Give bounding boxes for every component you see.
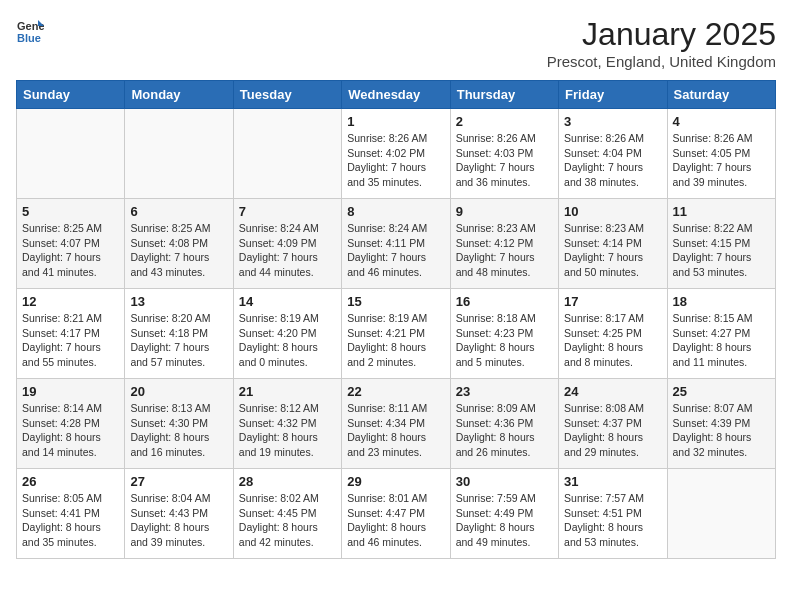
day-number: 3 <box>564 114 661 129</box>
weekday-header-tuesday: Tuesday <box>233 81 341 109</box>
day-number: 19 <box>22 384 119 399</box>
weekday-header-sunday: Sunday <box>17 81 125 109</box>
day-info: Sunrise: 8:25 AM Sunset: 4:07 PM Dayligh… <box>22 221 119 280</box>
day-number: 22 <box>347 384 444 399</box>
day-number: 24 <box>564 384 661 399</box>
calendar-cell <box>667 469 775 559</box>
calendar-cell: 31Sunrise: 7:57 AM Sunset: 4:51 PM Dayli… <box>559 469 667 559</box>
day-info: Sunrise: 8:19 AM Sunset: 4:20 PM Dayligh… <box>239 311 336 370</box>
weekday-header-row: SundayMondayTuesdayWednesdayThursdayFrid… <box>17 81 776 109</box>
calendar-cell: 4Sunrise: 8:26 AM Sunset: 4:05 PM Daylig… <box>667 109 775 199</box>
calendar-subtitle: Prescot, England, United Kingdom <box>547 53 776 70</box>
calendar-cell: 2Sunrise: 8:26 AM Sunset: 4:03 PM Daylig… <box>450 109 558 199</box>
calendar-table: SundayMondayTuesdayWednesdayThursdayFrid… <box>16 80 776 559</box>
calendar-cell: 7Sunrise: 8:24 AM Sunset: 4:09 PM Daylig… <box>233 199 341 289</box>
calendar-cell: 29Sunrise: 8:01 AM Sunset: 4:47 PM Dayli… <box>342 469 450 559</box>
calendar-cell: 5Sunrise: 8:25 AM Sunset: 4:07 PM Daylig… <box>17 199 125 289</box>
weekday-header-friday: Friday <box>559 81 667 109</box>
day-number: 8 <box>347 204 444 219</box>
calendar-cell: 18Sunrise: 8:15 AM Sunset: 4:27 PM Dayli… <box>667 289 775 379</box>
day-number: 29 <box>347 474 444 489</box>
day-number: 4 <box>673 114 770 129</box>
weekday-header-thursday: Thursday <box>450 81 558 109</box>
day-number: 7 <box>239 204 336 219</box>
day-number: 23 <box>456 384 553 399</box>
day-number: 15 <box>347 294 444 309</box>
day-info: Sunrise: 8:05 AM Sunset: 4:41 PM Dayligh… <box>22 491 119 550</box>
day-number: 6 <box>130 204 227 219</box>
day-number: 16 <box>456 294 553 309</box>
day-info: Sunrise: 8:13 AM Sunset: 4:30 PM Dayligh… <box>130 401 227 460</box>
day-number: 28 <box>239 474 336 489</box>
calendar-cell: 13Sunrise: 8:20 AM Sunset: 4:18 PM Dayli… <box>125 289 233 379</box>
calendar-cell: 8Sunrise: 8:24 AM Sunset: 4:11 PM Daylig… <box>342 199 450 289</box>
calendar-cell <box>125 109 233 199</box>
logo-icon: General Blue <box>16 16 44 44</box>
day-info: Sunrise: 8:25 AM Sunset: 4:08 PM Dayligh… <box>130 221 227 280</box>
day-info: Sunrise: 8:26 AM Sunset: 4:05 PM Dayligh… <box>673 131 770 190</box>
day-number: 2 <box>456 114 553 129</box>
day-info: Sunrise: 8:17 AM Sunset: 4:25 PM Dayligh… <box>564 311 661 370</box>
week-row-4: 19Sunrise: 8:14 AM Sunset: 4:28 PM Dayli… <box>17 379 776 469</box>
day-number: 14 <box>239 294 336 309</box>
day-number: 9 <box>456 204 553 219</box>
calendar-cell: 6Sunrise: 8:25 AM Sunset: 4:08 PM Daylig… <box>125 199 233 289</box>
calendar-cell: 22Sunrise: 8:11 AM Sunset: 4:34 PM Dayli… <box>342 379 450 469</box>
day-number: 17 <box>564 294 661 309</box>
day-info: Sunrise: 8:26 AM Sunset: 4:02 PM Dayligh… <box>347 131 444 190</box>
calendar-cell: 1Sunrise: 8:26 AM Sunset: 4:02 PM Daylig… <box>342 109 450 199</box>
day-info: Sunrise: 8:21 AM Sunset: 4:17 PM Dayligh… <box>22 311 119 370</box>
calendar-cell: 20Sunrise: 8:13 AM Sunset: 4:30 PM Dayli… <box>125 379 233 469</box>
day-info: Sunrise: 8:15 AM Sunset: 4:27 PM Dayligh… <box>673 311 770 370</box>
calendar-cell: 26Sunrise: 8:05 AM Sunset: 4:41 PM Dayli… <box>17 469 125 559</box>
calendar-cell <box>17 109 125 199</box>
weekday-header-wednesday: Wednesday <box>342 81 450 109</box>
day-info: Sunrise: 8:24 AM Sunset: 4:09 PM Dayligh… <box>239 221 336 280</box>
day-info: Sunrise: 8:14 AM Sunset: 4:28 PM Dayligh… <box>22 401 119 460</box>
calendar-cell <box>233 109 341 199</box>
logo: General Blue <box>16 16 44 44</box>
day-info: Sunrise: 7:59 AM Sunset: 4:49 PM Dayligh… <box>456 491 553 550</box>
day-info: Sunrise: 8:08 AM Sunset: 4:37 PM Dayligh… <box>564 401 661 460</box>
day-info: Sunrise: 8:23 AM Sunset: 4:12 PM Dayligh… <box>456 221 553 280</box>
day-info: Sunrise: 8:02 AM Sunset: 4:45 PM Dayligh… <box>239 491 336 550</box>
day-info: Sunrise: 7:57 AM Sunset: 4:51 PM Dayligh… <box>564 491 661 550</box>
day-info: Sunrise: 8:01 AM Sunset: 4:47 PM Dayligh… <box>347 491 444 550</box>
calendar-cell: 9Sunrise: 8:23 AM Sunset: 4:12 PM Daylig… <box>450 199 558 289</box>
calendar-cell: 25Sunrise: 8:07 AM Sunset: 4:39 PM Dayli… <box>667 379 775 469</box>
calendar-cell: 15Sunrise: 8:19 AM Sunset: 4:21 PM Dayli… <box>342 289 450 379</box>
day-info: Sunrise: 8:22 AM Sunset: 4:15 PM Dayligh… <box>673 221 770 280</box>
calendar-cell: 12Sunrise: 8:21 AM Sunset: 4:17 PM Dayli… <box>17 289 125 379</box>
svg-text:Blue: Blue <box>17 32 41 44</box>
day-info: Sunrise: 8:26 AM Sunset: 4:03 PM Dayligh… <box>456 131 553 190</box>
day-info: Sunrise: 8:19 AM Sunset: 4:21 PM Dayligh… <box>347 311 444 370</box>
calendar-cell: 24Sunrise: 8:08 AM Sunset: 4:37 PM Dayli… <box>559 379 667 469</box>
day-number: 1 <box>347 114 444 129</box>
day-info: Sunrise: 8:11 AM Sunset: 4:34 PM Dayligh… <box>347 401 444 460</box>
day-number: 30 <box>456 474 553 489</box>
day-info: Sunrise: 8:07 AM Sunset: 4:39 PM Dayligh… <box>673 401 770 460</box>
day-number: 18 <box>673 294 770 309</box>
calendar-title: January 2025 <box>547 16 776 53</box>
calendar-cell: 14Sunrise: 8:19 AM Sunset: 4:20 PM Dayli… <box>233 289 341 379</box>
calendar-cell: 30Sunrise: 7:59 AM Sunset: 4:49 PM Dayli… <box>450 469 558 559</box>
day-number: 21 <box>239 384 336 399</box>
day-number: 10 <box>564 204 661 219</box>
day-info: Sunrise: 8:12 AM Sunset: 4:32 PM Dayligh… <box>239 401 336 460</box>
day-info: Sunrise: 8:09 AM Sunset: 4:36 PM Dayligh… <box>456 401 553 460</box>
calendar-cell: 17Sunrise: 8:17 AM Sunset: 4:25 PM Dayli… <box>559 289 667 379</box>
day-number: 5 <box>22 204 119 219</box>
day-number: 25 <box>673 384 770 399</box>
title-area: January 2025 Prescot, England, United Ki… <box>547 16 776 70</box>
week-row-2: 5Sunrise: 8:25 AM Sunset: 4:07 PM Daylig… <box>17 199 776 289</box>
header: General Blue January 2025 Prescot, Engla… <box>16 16 776 70</box>
week-row-5: 26Sunrise: 8:05 AM Sunset: 4:41 PM Dayli… <box>17 469 776 559</box>
day-info: Sunrise: 8:26 AM Sunset: 4:04 PM Dayligh… <box>564 131 661 190</box>
weekday-header-saturday: Saturday <box>667 81 775 109</box>
week-row-3: 12Sunrise: 8:21 AM Sunset: 4:17 PM Dayli… <box>17 289 776 379</box>
day-number: 11 <box>673 204 770 219</box>
calendar-cell: 11Sunrise: 8:22 AM Sunset: 4:15 PM Dayli… <box>667 199 775 289</box>
calendar-cell: 27Sunrise: 8:04 AM Sunset: 4:43 PM Dayli… <box>125 469 233 559</box>
calendar-cell: 19Sunrise: 8:14 AM Sunset: 4:28 PM Dayli… <box>17 379 125 469</box>
calendar-cell: 23Sunrise: 8:09 AM Sunset: 4:36 PM Dayli… <box>450 379 558 469</box>
